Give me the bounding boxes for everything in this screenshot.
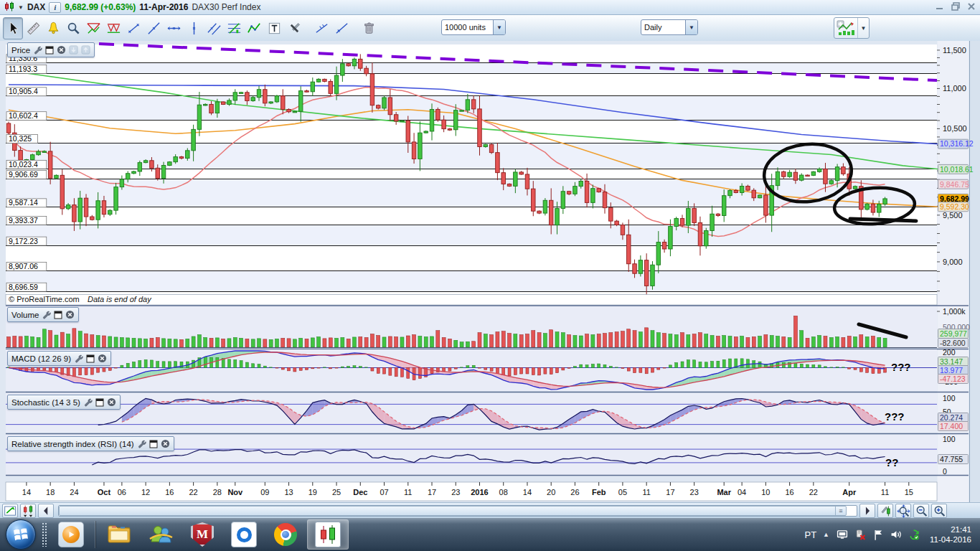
taskbar-app-browser[interactable] <box>224 520 264 549</box>
tool-pattern-top[interactable] <box>83 17 103 39</box>
application-window: ▼ DAX i 9,682.99 (+0.63%) 11-Apr-2016 DA… <box>0 0 980 551</box>
tray-monitor-icon[interactable] <box>836 528 849 541</box>
tool-trendline[interactable] <box>143 17 164 39</box>
pattern-top-icon <box>86 21 101 36</box>
tray-volume-icon[interactable] <box>890 528 903 541</box>
date-axis-label: 25 <box>332 488 341 496</box>
panel-header-stoch[interactable]: Stochastic (14 3 5) <box>7 395 121 410</box>
wrench-icon[interactable] <box>42 310 51 319</box>
zoom-in-button[interactable] <box>931 504 947 518</box>
tray-sync-icon[interactable] <box>908 528 920 541</box>
panel-header-price[interactable]: Price <box>7 42 95 57</box>
drawing-tools-icon <box>287 21 302 36</box>
taskbar-app-explorer[interactable] <box>99 520 139 549</box>
symbol-dropdown-caret[interactable]: ▼ <box>18 4 24 11</box>
close-panel-icon[interactable] <box>161 439 170 448</box>
horizontal-line-icon <box>166 21 182 36</box>
move-up-icon[interactable] <box>81 45 90 55</box>
window-icon[interactable] <box>149 440 158 448</box>
tool-vertical-line[interactable] <box>184 17 204 39</box>
candle-options-icon <box>22 504 35 518</box>
scroll-left-button[interactable] <box>38 504 54 518</box>
wrench-icon[interactable] <box>33 45 42 55</box>
add-indicator-button[interactable]: ▼ <box>834 17 870 39</box>
tray-flag-icon[interactable] <box>872 528 885 541</box>
info-button[interactable]: i <box>49 2 61 13</box>
chart-scrollbar[interactable]: ≡ <box>58 505 857 517</box>
tool-text[interactable] <box>264 17 284 39</box>
window-icon[interactable] <box>95 398 104 407</box>
restore-button[interactable] <box>951 2 960 11</box>
scrollbar-thumb[interactable]: ≡ <box>59 506 847 516</box>
window-icon[interactable] <box>54 311 62 319</box>
tool-pointer[interactable] <box>3 17 23 39</box>
window-icon[interactable] <box>86 354 95 363</box>
date-axis-label: 13 <box>284 488 293 496</box>
wrench-icon[interactable] <box>137 439 146 448</box>
wrench-candle-button[interactable] <box>877 504 893 518</box>
date-axis-label: 05 <box>618 488 627 496</box>
close-panel-icon[interactable] <box>57 45 66 55</box>
minimize-button[interactable] <box>936 2 944 11</box>
axis-marker-value: 9,592.30 <box>940 202 969 211</box>
close-panel-icon[interactable] <box>98 354 107 363</box>
taskbar-clock[interactable]: 21:41 11-04-2016 <box>927 524 977 545</box>
tool-horizontal-line[interactable] <box>164 17 184 39</box>
tool-zoom[interactable] <box>63 17 83 39</box>
panel-header-rsi[interactable]: Relative strength index (RSI) (14) <box>7 436 174 451</box>
tool-drawing-tools[interactable] <box>284 17 304 39</box>
scrollbar-grip[interactable]: ≡ <box>835 507 846 515</box>
taskbar-app-messenger[interactable] <box>141 520 181 549</box>
tool-pattern-range[interactable] <box>103 17 123 39</box>
close-button[interactable] <box>967 2 976 11</box>
taskbar-app-chrome[interactable] <box>265 520 306 549</box>
timeframe-select[interactable]: Daily ▼ <box>641 19 698 35</box>
close-panel-icon[interactable] <box>107 397 116 407</box>
panel-header-macd[interactable]: MACD (12 26 9) <box>7 351 111 366</box>
tool-trash[interactable] <box>359 17 379 39</box>
axis-marker-value: 17.400 <box>940 422 963 430</box>
taskbar-app-trading-app[interactable] <box>307 519 349 550</box>
tray-expand-chevron[interactable]: ▲ <box>823 531 829 538</box>
scroll-right-button[interactable] <box>859 504 875 518</box>
tool-fibonacci[interactable] <box>224 17 244 39</box>
panel-rsi-label: Relative strength index (RSI) (14) <box>11 440 134 448</box>
taskbar-grip <box>42 522 47 547</box>
wrench-icon[interactable] <box>74 354 83 363</box>
trash-icon <box>362 21 377 36</box>
move-down-icon[interactable] <box>69 45 78 55</box>
macd-axis-label: 200 <box>943 348 956 357</box>
tool-segment[interactable] <box>123 17 143 39</box>
date-axis-label: 10 <box>761 488 770 496</box>
axis-marker-value: 10,018.61 <box>940 165 974 174</box>
tool-ruler[interactable] <box>23 17 43 39</box>
zoom-pan-button[interactable] <box>895 504 911 518</box>
tool-ray[interactable] <box>331 17 352 39</box>
window-icon[interactable] <box>45 46 54 55</box>
units-select[interactable]: 10000 units ▼ <box>441 19 506 35</box>
tool-extended-line[interactable] <box>311 17 331 39</box>
language-indicator[interactable]: PT <box>804 529 816 540</box>
start-button[interactable] <box>6 519 36 550</box>
tool-zigzag[interactable] <box>244 17 264 39</box>
price-axis-tick: 9,000 <box>943 258 963 266</box>
price-panel-background <box>6 44 937 294</box>
axis-marker-value: -82.600 <box>940 339 966 347</box>
tray-eject-icon[interactable] <box>854 528 867 541</box>
tool-alert[interactable] <box>43 17 63 39</box>
axis-marker-value: 259,977 <box>940 329 967 338</box>
tool-parallel-lines[interactable] <box>204 17 224 39</box>
wrench-icon[interactable] <box>83 397 93 407</box>
copyright-text: © ProRealTime.com <box>9 295 80 303</box>
candle-options-button[interactable] <box>20 504 36 518</box>
panel-header-volume[interactable]: Volume <box>7 307 79 322</box>
zoom-out-button[interactable] <box>913 504 929 518</box>
taskbar-app-mcafee[interactable]: M <box>182 520 222 549</box>
close-panel-icon[interactable] <box>65 310 75 319</box>
date-axis-label: Mar <box>717 488 731 496</box>
taskbar-app-media-player[interactable] <box>51 520 91 549</box>
date-axis-label: 11 <box>881 488 889 496</box>
export-chart-button[interactable] <box>2 504 18 518</box>
chart-canvas[interactable]: 11,330.611,193.310,905.410,602.410,32510… <box>0 41 980 502</box>
add-indicator-caret: ▼ <box>857 18 869 38</box>
